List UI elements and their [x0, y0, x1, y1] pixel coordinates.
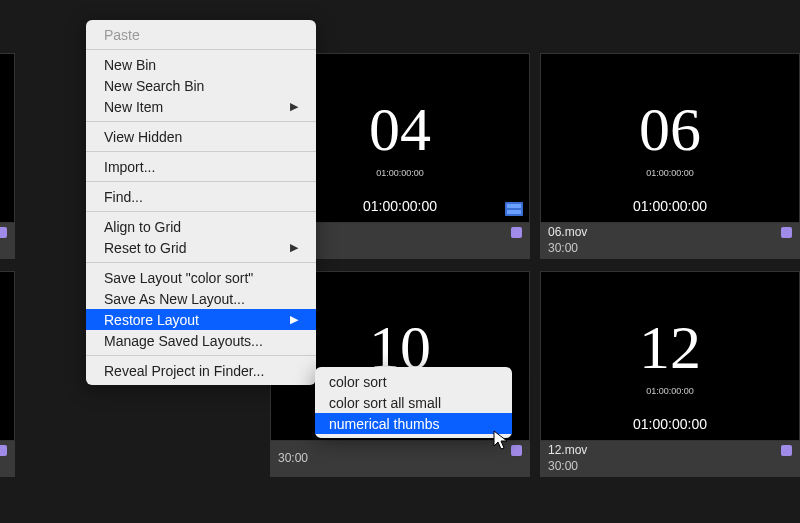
menu-save-layout[interactable]: Save Layout "color sort"	[86, 267, 316, 288]
submenu-item-color-sort[interactable]: color sort	[315, 371, 512, 392]
menu-new-item[interactable]: New Item▶	[86, 96, 316, 117]
clip-thumbnail[interactable]: 12 01:00:00:00 01:00:00:00	[540, 271, 800, 441]
menu-paste: Paste	[86, 24, 316, 45]
thumb-tc: 01:00:00:00	[633, 198, 707, 214]
menu-new-search-bin[interactable]: New Search Bin	[86, 75, 316, 96]
menu-manage-layouts[interactable]: Manage Saved Layouts...	[86, 330, 316, 351]
clip-12[interactable]: 12 01:00:00:00 01:00:00:00 12.mov 30:00	[540, 271, 800, 477]
thumb-tc-small: 01:00:00:00	[646, 386, 694, 396]
restore-layout-submenu: color sort color sort all small numerica…	[315, 367, 512, 438]
label-color-swatch	[0, 227, 7, 238]
clip-name: 06.mov	[548, 225, 792, 241]
sequence-icon	[505, 202, 523, 216]
clip-duration: 30:00	[0, 241, 7, 257]
thumb-tc: 01:00:00:00	[363, 198, 437, 214]
label-color-swatch	[781, 445, 792, 456]
menu-save-as-layout[interactable]: Save As New Layout...	[86, 288, 316, 309]
label-color-swatch	[0, 445, 7, 456]
thumb-tc-small: 01:00:00:00	[646, 168, 694, 178]
label-color-swatch	[511, 227, 522, 238]
clip-name: 12.mov	[548, 443, 792, 459]
clip-duration: 30:00	[548, 459, 792, 475]
submenu-arrow-icon: ▶	[290, 313, 298, 326]
submenu-arrow-icon: ▶	[290, 241, 298, 254]
clip-thumbnail[interactable]	[0, 53, 15, 223]
thumb-number: 06	[639, 98, 701, 160]
menu-separator	[86, 49, 316, 50]
submenu-arrow-icon: ▶	[290, 100, 298, 113]
thumb-tc-small: 01:00:00:00	[376, 168, 424, 178]
clip-footer: 12.mov 30:00	[540, 441, 800, 477]
thumb-number: 04	[369, 98, 431, 160]
clip-footer: 06.mov 30:00	[540, 223, 800, 259]
thumb-number: 12	[639, 316, 701, 378]
svg-rect-2	[507, 210, 521, 214]
label-color-swatch	[511, 445, 522, 456]
clip-06[interactable]: 06 01:00:00:00 01:00:00:00 06.mov 30:00	[540, 53, 800, 259]
menu-separator	[86, 355, 316, 356]
menu-import[interactable]: Import...	[86, 156, 316, 177]
clip-thumbnail[interactable]: 06 01:00:00:00 01:00:00:00	[540, 53, 800, 223]
menu-find[interactable]: Find...	[86, 186, 316, 207]
svg-rect-1	[507, 204, 521, 208]
menu-separator	[86, 151, 316, 152]
menu-restore-layout[interactable]: Restore Layout▶	[86, 309, 316, 330]
clip-duration: 30:00	[0, 459, 7, 475]
menu-separator	[86, 262, 316, 263]
clip-duration: 30:00	[548, 241, 792, 257]
context-menu: Paste New Bin New Search Bin New Item▶ V…	[86, 20, 316, 385]
label-color-swatch	[781, 227, 792, 238]
clip-footer: 30:00	[270, 441, 530, 477]
submenu-item-numerical-thumbs[interactable]: numerical thumbs	[315, 413, 512, 434]
menu-separator	[86, 181, 316, 182]
menu-reveal-in-finder[interactable]: Reveal Project in Finder...	[86, 360, 316, 381]
submenu-item-color-sort-all-small[interactable]: color sort all small	[315, 392, 512, 413]
clip-footer: 08.mov 30:00	[0, 441, 15, 477]
menu-new-bin[interactable]: New Bin	[86, 54, 316, 75]
menu-separator	[86, 211, 316, 212]
menu-view-hidden[interactable]: View Hidden	[86, 126, 316, 147]
menu-align-to-grid[interactable]: Align to Grid	[86, 216, 316, 237]
clip-thumbnail[interactable]	[0, 271, 15, 441]
clip-footer: 02.mov 30:00	[0, 223, 15, 259]
thumb-tc: 01:00:00:00	[633, 416, 707, 432]
clip-02[interactable]: 02.mov 30:00	[0, 53, 15, 259]
menu-reset-to-grid[interactable]: Reset to Grid▶	[86, 237, 316, 258]
menu-separator	[86, 121, 316, 122]
clip-08[interactable]: 08.mov 30:00	[0, 271, 15, 477]
clip-duration: 30:00	[278, 451, 522, 467]
